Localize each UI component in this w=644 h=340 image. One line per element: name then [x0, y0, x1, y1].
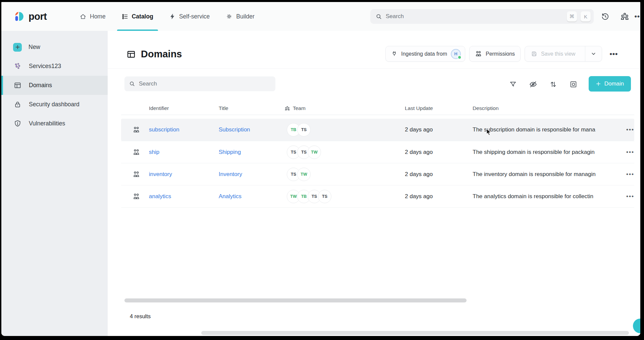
table-icon: [14, 81, 21, 89]
row-more-button[interactable]: •••: [626, 193, 634, 200]
more-icon: •••: [609, 50, 618, 58]
sidebar-item-security-dashboard[interactable]: Security dashboard: [1, 95, 108, 114]
group-by-button[interactable]: [569, 80, 578, 89]
services-cluster-icon: [14, 62, 21, 70]
save-view-split-button: Save this view: [525, 46, 602, 62]
table-row: ship Shipping TS TS TW 2 days ago The sh…: [121, 141, 634, 163]
blueprint-icon: [132, 148, 140, 156]
hide-columns-button[interactable]: [529, 80, 537, 89]
top-nav: port Home Catalog Self-service: [1, 2, 640, 31]
filter-funnel-icon: [509, 80, 517, 88]
nav-more-button[interactable]: •••: [633, 11, 640, 22]
filter-button[interactable]: [508, 80, 517, 89]
save-view-dropdown-button[interactable]: [585, 46, 602, 61]
save-view-label: Save this view: [541, 51, 575, 57]
results-count: 4 results: [130, 313, 151, 320]
history-button[interactable]: [600, 11, 610, 22]
title-link[interactable]: Inventory: [219, 171, 242, 177]
sidebar-item-vulnerabilities[interactable]: Vulnerabilities: [1, 114, 108, 133]
description: The analytics domain is responsible for …: [473, 193, 624, 200]
integration-avatar: H: [451, 49, 461, 59]
tab-self-service[interactable]: Self-service: [161, 2, 218, 31]
description: The shipping domain is responsible for p…: [473, 149, 624, 156]
people-icon: [475, 50, 482, 57]
plus-square-icon: [13, 43, 22, 52]
sort-button[interactable]: [549, 80, 557, 89]
home-icon: [80, 13, 86, 20]
shield-alert-icon: [14, 120, 21, 127]
title-link[interactable]: Subscription: [219, 126, 250, 133]
team-avatars: TW TB TS TS: [287, 190, 331, 203]
lightning-icon: [169, 13, 175, 19]
last-update: 2 days ago: [405, 149, 459, 156]
ingesting-label: Ingesting data from: [401, 51, 447, 57]
team-avatars: TS TW: [287, 168, 311, 181]
sidebar-item-label: Vulnerabilities: [29, 120, 65, 127]
column-description[interactable]: Description: [473, 105, 499, 111]
tab-catalog[interactable]: Catalog: [114, 2, 161, 31]
table-row: inventory Inventory TS TW 2 days ago The…: [121, 163, 634, 185]
page-actions: Ingesting data from H Permissions Save t: [385, 46, 621, 62]
catalog-icon: [122, 13, 128, 20]
sidebar-item-label: New: [29, 44, 40, 51]
blueprint-icon: [132, 170, 140, 178]
sidebar-item-domains[interactable]: Domains: [1, 76, 108, 95]
team-badge[interactable]: TS: [297, 123, 311, 136]
global-search[interactable]: ⌘ K: [370, 9, 594, 24]
cmd-key: ⌘: [567, 11, 577, 21]
identifier-link[interactable]: ship: [149, 149, 159, 155]
team-badge[interactable]: TW: [308, 146, 321, 159]
identifier-link[interactable]: analytics: [149, 193, 171, 200]
row-more-button[interactable]: •••: [626, 126, 634, 133]
sidebar-item-services123[interactable]: Services123: [1, 57, 108, 76]
team-badge[interactable]: TW: [297, 168, 311, 181]
blueprint-icon: [132, 192, 140, 200]
chevron-down-icon: [591, 51, 596, 57]
last-update: 2 days ago: [405, 171, 459, 178]
column-team[interactable]: Team: [284, 105, 306, 111]
table-icon: [126, 50, 136, 59]
ingesting-data-button[interactable]: Ingesting data from H: [385, 46, 465, 62]
permissions-button[interactable]: Permissions: [469, 46, 521, 62]
title-link[interactable]: Shipping: [219, 149, 241, 155]
save-view-button[interactable]: Save this view: [525, 46, 581, 61]
tab-builder[interactable]: Builder: [218, 2, 262, 31]
global-search-input[interactable]: [386, 13, 563, 20]
tab-catalog-label: Catalog: [132, 13, 153, 20]
table-search[interactable]: [124, 76, 275, 91]
brand-name: port: [29, 11, 47, 22]
column-last-update[interactable]: Last Update: [405, 105, 433, 111]
last-update: 2 days ago: [405, 126, 459, 133]
people-icon: [284, 106, 290, 111]
header-divider: [108, 68, 640, 69]
app-window: port Home Catalog Self-service: [1, 2, 640, 336]
identifier-link[interactable]: subscription: [149, 126, 179, 133]
tab-home-label: Home: [90, 13, 106, 20]
port-logo[interactable]: port: [13, 2, 47, 31]
group-by-icon: [570, 80, 577, 88]
table-search-input[interactable]: [139, 80, 271, 87]
team-avatars: TS TS TW: [287, 146, 321, 159]
search-icon: [129, 81, 135, 87]
horizontal-scrollbar[interactable]: [124, 298, 467, 302]
row-more-button[interactable]: •••: [626, 149, 634, 156]
column-identifier[interactable]: Identifier: [149, 105, 169, 111]
org-button[interactable]: [619, 11, 630, 22]
tab-home[interactable]: Home: [72, 2, 114, 31]
window-bottom-edge: [201, 331, 629, 335]
last-update: 2 days ago: [405, 193, 459, 200]
team-badge[interactable]: TS: [318, 190, 331, 203]
integration-initial: H: [454, 51, 457, 56]
add-domain-label: Domain: [604, 80, 624, 87]
sidebar-item-new[interactable]: New: [1, 38, 108, 57]
title-link[interactable]: Analytics: [219, 193, 241, 200]
row-more-button[interactable]: •••: [626, 171, 634, 178]
page-more-button[interactable]: •••: [606, 50, 621, 58]
save-icon: [531, 51, 537, 57]
column-title[interactable]: Title: [219, 105, 228, 111]
table-end-divider: [121, 207, 634, 208]
eye-off-icon: [529, 80, 537, 89]
add-domain-button[interactable]: Domain: [589, 76, 631, 92]
description: The subscription domain is responsible f…: [473, 126, 624, 133]
identifier-link[interactable]: inventory: [149, 171, 172, 177]
